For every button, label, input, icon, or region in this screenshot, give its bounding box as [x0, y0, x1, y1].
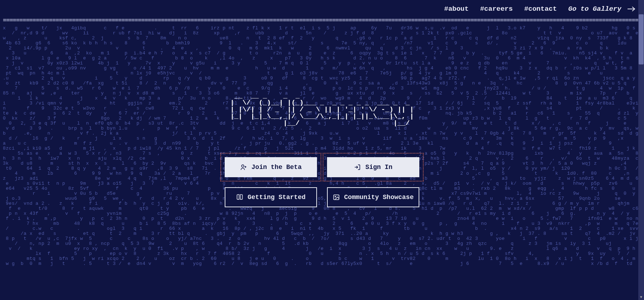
- join-beta-button[interactable]: Join the Beta: [225, 157, 317, 177]
- image-icon: [333, 194, 340, 201]
- nav-about-link[interactable]: #about: [444, 5, 469, 13]
- sign-in-label: Sign In: [365, 164, 392, 171]
- sign-in-icon: [354, 164, 361, 171]
- svg-point-1: [241, 165, 244, 167]
- scrollbar-thumb[interactable]: [639, 14, 644, 64]
- logo-ascii: __ __ _ _ _ | \/ (_)__| |(_)___ _ _ _ _ …: [230, 93, 414, 127]
- join-beta-label: Join the Beta: [252, 164, 302, 171]
- community-showcase-label: Community Showcase: [344, 194, 414, 201]
- scroll-down-arrow-icon[interactable]: ▼: [638, 294, 644, 300]
- user-plus-icon: [240, 164, 247, 171]
- sign-in-button[interactable]: Sign In: [327, 157, 419, 177]
- hero-center: __ __ _ _ _ | \/ (_)__| |(_)___ _ _ _ _ …: [0, 0, 644, 300]
- svg-point-6: [335, 196, 336, 197]
- vertical-scrollbar[interactable]: ▼: [638, 0, 644, 300]
- nav-gallery-label: Go to Gallery: [568, 5, 621, 13]
- arrow-right-icon: [628, 6, 635, 11]
- getting-started-button[interactable]: Getting Started: [225, 187, 317, 207]
- nav-careers-link[interactable]: #careers: [480, 5, 513, 13]
- community-showcase-button[interactable]: Community Showcase: [327, 187, 419, 207]
- top-nav: #about #careers #contact Go to Gallery: [436, 0, 644, 18]
- getting-started-label: Getting Started: [248, 194, 306, 201]
- book-icon: [236, 194, 243, 201]
- nav-contact-link[interactable]: #contact: [524, 5, 557, 13]
- cta-buttons: Join the Beta Sign In Getting Started Co…: [225, 157, 419, 207]
- nav-gallery-link[interactable]: Go to Gallery: [568, 5, 635, 13]
